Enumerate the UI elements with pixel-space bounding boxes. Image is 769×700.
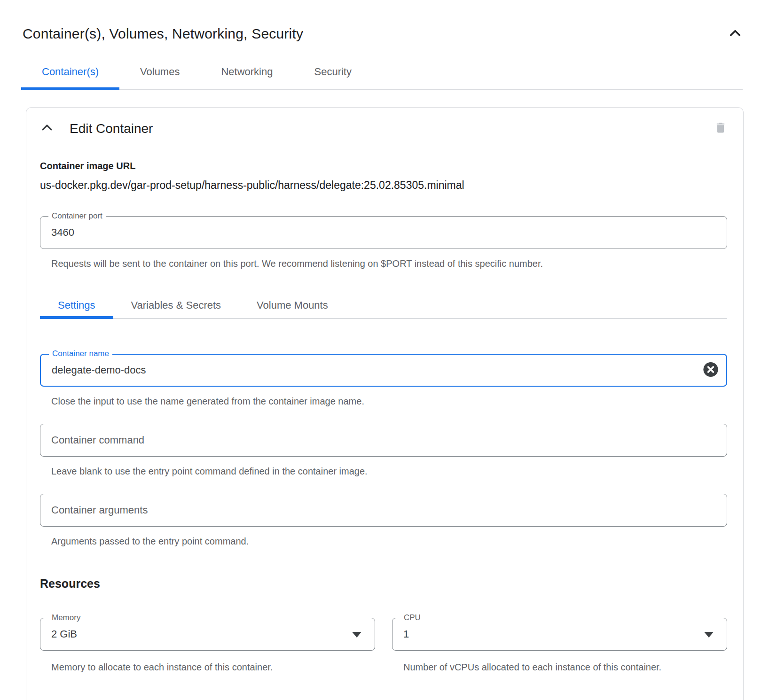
memory-label: Memory [48,613,84,622]
tab-label: Networking [221,66,273,78]
memory-value: 2 GiB [51,628,77,640]
container-image-url-value: us-docker.pkg.dev/gar-prod-setup/harness… [40,179,727,192]
tab-containers[interactable]: Container(s) [21,54,119,89]
subtab-label: Settings [58,299,95,311]
tab-networking[interactable]: Networking [200,54,293,89]
container-arguments-field [40,494,727,527]
tab-label: Volumes [140,66,180,78]
subtab-label: Variables & Secrets [131,299,221,311]
card-title: Edit Container [70,121,153,136]
cpu-help: Number of vCPUs allocated to each instan… [403,661,667,674]
memory-help: Memory to allocate to each instance of t… [51,661,375,674]
top-tab-bar: Container(s) Volumes Networking Security [21,54,743,90]
container-name-input[interactable] [41,355,726,386]
cpu-column: CPU 1 Number of vCPUs allocated to each … [392,618,727,674]
chevron-up-icon [728,26,743,42]
container-command-field [40,424,727,457]
clear-container-name-button[interactable] [703,362,719,379]
section-header: Container(s), Volumes, Networking, Secur… [0,0,769,42]
subtab-variables-secrets[interactable]: Variables & Secrets [113,293,239,318]
edit-container-card: Edit Container Container image URL us-do… [26,107,744,700]
cpu-label: CPU [400,613,424,622]
container-port-field: Container port [40,216,727,249]
tab-volumes[interactable]: Volumes [119,54,200,89]
container-command-help: Leave blank to use the entry point comma… [51,465,727,478]
subtab-volume-mounts[interactable]: Volume Mounts [239,293,346,318]
resources-grid: Memory 2 GiB Memory to allocate to each … [40,618,727,674]
container-image-url-label: Container image URL [40,161,727,171]
caret-down-icon [352,632,361,638]
resources-heading: Resources [40,577,727,591]
card-header: Edit Container [40,121,727,136]
container-port-input[interactable] [40,217,727,249]
cpu-value: 1 [403,628,409,640]
container-arguments-input[interactable] [40,494,727,526]
memory-select[interactable]: Memory 2 GiB [40,618,375,651]
container-port-help: Requests will be sent to the container o… [51,257,727,270]
caret-down-icon [704,632,714,638]
container-name-label: Container name [49,349,112,358]
subtab-settings[interactable]: Settings [40,293,113,318]
chevron-up-icon [40,121,54,136]
container-name-field: Container name [40,354,727,387]
container-command-input[interactable] [40,424,727,456]
tab-label: Security [314,66,351,78]
card-collapse-button[interactable] [40,121,54,136]
subtab-label: Volume Mounts [257,299,328,311]
delete-container-button[interactable] [714,121,727,136]
trash-icon [714,121,727,136]
circle-x-icon [703,362,719,379]
container-port-label: Container port [48,211,106,221]
container-name-help: Close the input to use the name generate… [51,395,727,408]
container-sub-tab-bar: Settings Variables & Secrets Volume Moun… [40,293,727,319]
tab-security[interactable]: Security [293,54,372,89]
tab-label: Container(s) [42,66,99,78]
memory-column: Memory 2 GiB Memory to allocate to each … [40,618,375,674]
container-arguments-help: Arguments passed to the entry point comm… [51,535,727,548]
section-collapse-button[interactable] [728,26,743,42]
page-title: Container(s), Volumes, Networking, Secur… [23,26,303,42]
cpu-select[interactable]: CPU 1 [392,618,727,651]
